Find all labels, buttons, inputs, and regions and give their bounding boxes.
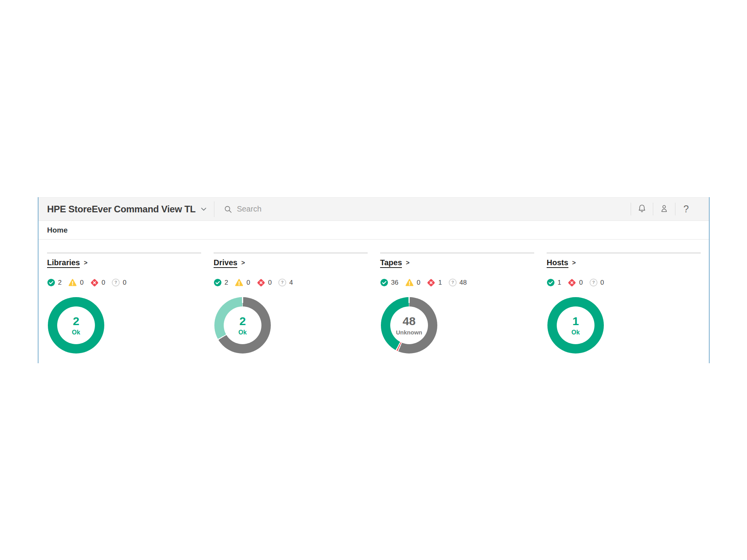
tapes-status-donut[interactable]: 48 Unknown: [381, 297, 437, 354]
chevron-right-icon: >: [241, 259, 245, 266]
donut-center-label: Unknown: [396, 329, 423, 335]
donut-center-label: Ok: [572, 329, 580, 336]
search-box: [224, 204, 631, 214]
status-row: 2 0 0 ? 0: [47, 278, 201, 287]
header-actions: ?: [631, 198, 697, 220]
svg-text:?: ?: [115, 280, 117, 285]
unknown-icon: ?: [278, 278, 286, 287]
warning-icon: [68, 278, 77, 287]
libraries-status-donut[interactable]: 2 Ok: [48, 297, 104, 354]
person-icon: [659, 204, 669, 215]
donut-center-value: 48: [403, 315, 416, 327]
search-input[interactable]: [236, 204, 400, 214]
donut-center-value: 2: [239, 315, 246, 327]
ok-icon: [214, 278, 222, 287]
breadcrumb[interactable]: Home: [47, 226, 68, 234]
breadcrumb-row: Home: [39, 221, 709, 240]
svg-text:?: ?: [281, 280, 284, 285]
panel-title-drives[interactable]: Drives: [214, 258, 237, 268]
unknown-count: 0: [123, 279, 126, 287]
warning-icon: [235, 278, 244, 287]
ok-icon: [47, 278, 55, 287]
donut-center-label: Ok: [238, 329, 247, 336]
critical-icon: [427, 278, 435, 287]
panel-hosts: Hosts > 1 0 ? 0 1 Ok: [547, 252, 701, 354]
panel-tapes: Tapes > 36 0 1 ? 48 48 Unknown: [380, 252, 534, 354]
ok-icon: [380, 278, 388, 287]
help-button[interactable]: ?: [675, 198, 697, 220]
ok-count: 36: [391, 279, 398, 287]
ok-count: 2: [58, 279, 61, 287]
warning-count: 0: [80, 279, 83, 287]
unknown-icon: ?: [449, 278, 457, 287]
panel-rule: [47, 252, 201, 254]
critical-count: 0: [102, 279, 105, 287]
header-divider: [214, 201, 214, 217]
panel-rule: [214, 252, 368, 254]
app-title-dropdown[interactable]: HPE StoreEver Command View TL: [47, 204, 207, 215]
user-button[interactable]: [653, 198, 675, 220]
help-icon: ?: [684, 203, 689, 215]
drives-status-donut[interactable]: 2 Ok: [214, 297, 271, 354]
panel-title-hosts[interactable]: Hosts: [547, 258, 568, 268]
bell-icon: [637, 204, 647, 215]
critical-count: 0: [579, 279, 582, 287]
panel-libraries: Libraries > 2 0 0 ? 0 2 Ok: [47, 252, 201, 354]
donut-center-value: 2: [73, 315, 79, 327]
warning-count: 0: [246, 279, 250, 287]
svg-text:?: ?: [451, 280, 454, 285]
ok-icon: [547, 278, 555, 287]
critical-icon: [257, 278, 265, 287]
chevron-right-icon: >: [84, 259, 87, 266]
critical-icon: [90, 278, 99, 287]
dashboard-panels: Libraries > 2 0 0 ? 0 2 Ok: [39, 240, 709, 354]
ok-count: 2: [224, 279, 228, 287]
panel-drives: Drives > 2 0 0 ? 4 2 Ok: [214, 252, 368, 354]
ok-count: 1: [558, 279, 561, 287]
app-window: HPE StoreEver Command View TL: [38, 197, 710, 363]
chevron-right-icon: >: [572, 259, 576, 266]
panel-rule: [547, 252, 701, 254]
header-bar: HPE StoreEver Command View TL: [39, 197, 709, 221]
unknown-count: 4: [289, 279, 293, 287]
panel-rule: [380, 252, 534, 254]
hosts-status-donut[interactable]: 1 Ok: [547, 297, 604, 354]
panel-title-tapes[interactable]: Tapes: [380, 258, 402, 268]
critical-count: 1: [438, 279, 442, 287]
critical-icon: [568, 278, 576, 287]
notifications-button[interactable]: [631, 198, 653, 220]
donut-center-value: 1: [572, 315, 579, 327]
unknown-count: 0: [600, 279, 604, 287]
donut-center-label: Ok: [72, 329, 80, 336]
app-title: HPE StoreEver Command View TL: [47, 204, 196, 215]
status-row: 1 0 ? 0: [547, 278, 701, 287]
status-row: 36 0 1 ? 48: [380, 278, 534, 287]
critical-count: 0: [268, 279, 272, 287]
warning-count: 0: [417, 279, 420, 287]
search-icon: [224, 205, 232, 214]
chevron-right-icon: >: [406, 259, 409, 266]
status-row: 2 0 0 ? 4: [214, 278, 368, 287]
unknown-icon: ?: [112, 278, 120, 287]
chevron-down-icon: [200, 205, 207, 213]
panel-title-libraries[interactable]: Libraries: [47, 258, 80, 268]
unknown-icon: ?: [589, 278, 598, 287]
svg-text:?: ?: [592, 280, 595, 285]
unknown-count: 48: [459, 279, 467, 287]
warning-icon: [405, 278, 414, 287]
